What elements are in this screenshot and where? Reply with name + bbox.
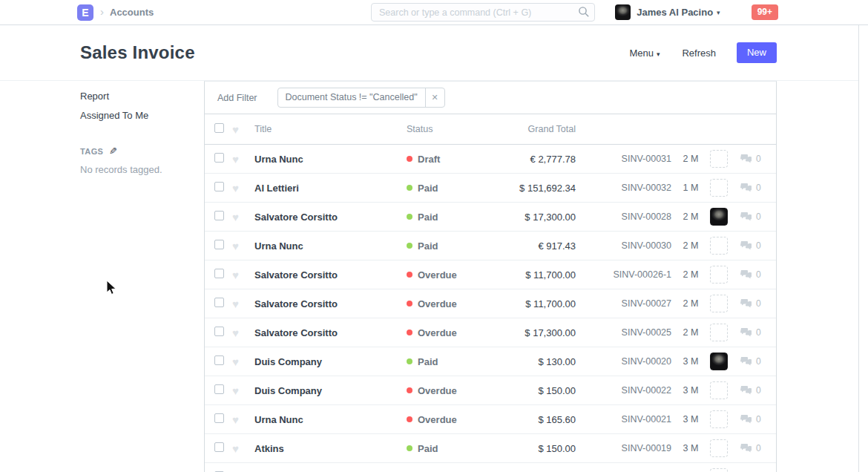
invoice-id-link[interactable]: SINV-00021 [576, 414, 671, 425]
like-heart-icon[interactable]: ♥ [232, 327, 254, 338]
invoice-id-link[interactable]: SINV-00032 [576, 183, 671, 193]
table-row[interactable]: ♥ Salvatore Corsitto Overdue $ 11,700.00… [205, 289, 776, 318]
assignment-avatar[interactable] [710, 353, 728, 370]
row-title-link[interactable]: Urna Nunc [254, 414, 407, 425]
table-row[interactable]: ♥ Atkins Paid $ 150.00 SINV-00019 3 M 0 [205, 434, 776, 463]
row-title-link[interactable]: Duis Company [254, 385, 407, 396]
row-checkbox[interactable] [214, 182, 224, 191]
filter-chip-label[interactable]: Document Status != "Cancelled" [278, 88, 425, 107]
row-title-link[interactable]: Duis Company [254, 356, 407, 367]
row-title-link[interactable]: Salvatore Corsitto [254, 269, 407, 281]
row-checkbox[interactable] [214, 153, 224, 163]
assignment-avatar[interactable] [710, 324, 728, 341]
like-heart-icon[interactable]: ♥ [232, 183, 254, 194]
add-filter-button[interactable]: Add Filter [217, 93, 257, 103]
row-checkbox[interactable] [214, 384, 224, 394]
edit-tags-pencil-icon[interactable]: ✎ [109, 145, 117, 157]
invoice-id-link[interactable]: SINV-00028 [576, 212, 671, 222]
table-row[interactable]: ♥ Urna Nunc Paid € 917.43 SINV-00030 2 M… [205, 232, 776, 260]
invoice-id-link[interactable]: SINV-00019 [576, 443, 671, 453]
table-row[interactable]: ♥ [205, 463, 776, 472]
invoice-id-link[interactable]: SINV-00022 [576, 385, 671, 396]
like-heart-icon[interactable]: ♥ [232, 443, 254, 454]
comment-count: 0 [756, 385, 761, 396]
table-row[interactable]: ♥ Duis Company Paid $ 130.00 SINV-00020 … [205, 347, 776, 376]
row-title-link[interactable]: Al Lettieri [254, 183, 407, 194]
row-checkbox[interactable] [214, 355, 224, 365]
comment-icon [740, 183, 752, 193]
invoice-list: Add Filter Document Status != "Cancelled… [204, 81, 777, 472]
refresh-button[interactable]: Refresh [682, 47, 716, 59]
assignment-avatar[interactable] [710, 179, 728, 197]
app-logo[interactable]: E [77, 4, 93, 21]
main-layout: Report Assigned To Me TAGS ✎ No records … [0, 81, 868, 472]
grand-total-value: € 917.43 [496, 240, 576, 252]
scrollbar-track[interactable] [858, 0, 868, 472]
row-title-link[interactable]: Salvatore Corsitto [254, 327, 407, 338]
sidebar-item-report[interactable]: Report [80, 91, 204, 102]
invoice-id-link[interactable]: SINV-00030 [576, 240, 671, 251]
row-title-link[interactable]: Salvatore Corsitto [254, 298, 407, 309]
row-checkbox[interactable] [214, 327, 224, 336]
row-checkbox[interactable] [214, 442, 224, 452]
filter-area: Add Filter Document Status != "Cancelled… [205, 82, 776, 114]
new-button[interactable]: New [737, 42, 777, 63]
like-heart-icon[interactable]: ♥ [232, 356, 254, 367]
select-all-checkbox[interactable] [214, 123, 224, 133]
like-heart-icon[interactable]: ♥ [232, 212, 254, 223]
like-heart-icon[interactable]: ♥ [232, 154, 254, 165]
user-menu[interactable]: James Al Pacino [637, 7, 713, 18]
table-row[interactable]: ♥ Salvatore Corsitto Overdue $ 11,700.00… [205, 260, 776, 289]
comment-count: 0 [756, 183, 761, 193]
filter-chip[interactable]: Document Status != "Cancelled" ✕ [277, 88, 445, 108]
table-row[interactable]: ♥ Al Lettieri Paid $ 151,692.34 SINV-000… [205, 174, 776, 203]
table-row[interactable]: ♥ Urna Nunc Draft € 2,777.78 SINV-00031 … [205, 145, 776, 174]
row-checkbox[interactable] [214, 211, 224, 220]
comment-icon [740, 443, 752, 453]
invoice-id-link[interactable]: SINV-00026-1 [576, 269, 671, 280]
assignment-avatar[interactable] [710, 150, 728, 168]
like-heart-icon[interactable]: ♥ [232, 385, 254, 396]
comments-cell: 0 [735, 327, 776, 338]
comment-icon [740, 356, 752, 367]
row-checkbox[interactable] [214, 413, 224, 423]
table-row[interactable]: ♥ Salvatore Corsitto Paid $ 17,300.00 SI… [205, 203, 776, 232]
assignment-avatar[interactable] [710, 410, 728, 428]
like-heart-icon[interactable]: ♥ [232, 414, 254, 425]
breadcrumb[interactable]: Accounts [110, 7, 154, 18]
row-title-link[interactable]: Urna Nunc [254, 154, 407, 165]
row-checkbox[interactable] [214, 240, 224, 249]
user-avatar[interactable] [615, 4, 631, 20]
table-row[interactable]: ♥ Salvatore Corsitto Overdue $ 17,300.00… [205, 318, 776, 347]
assignment-avatar[interactable] [710, 295, 728, 312]
row-title-link[interactable]: Atkins [254, 443, 407, 454]
menu-dropdown[interactable]: Menu▾ [629, 47, 660, 59]
filter-remove-icon[interactable]: ✕ [425, 88, 444, 107]
column-header-title: Title [254, 124, 407, 134]
row-title-link[interactable]: Urna Nunc [254, 240, 407, 252]
invoice-id-link[interactable]: SINV-00027 [576, 298, 671, 309]
row-checkbox[interactable] [214, 298, 224, 307]
notifications-badge[interactable]: 99+ [752, 4, 778, 20]
assignment-avatar[interactable] [710, 468, 728, 472]
grand-total-value: € 2,777.78 [496, 154, 576, 165]
row-checkbox[interactable] [214, 269, 224, 278]
row-title-link[interactable]: Salvatore Corsitto [254, 212, 407, 223]
invoice-id-link[interactable]: SINV-00020 [576, 356, 671, 367]
search-input[interactable] [371, 3, 595, 22]
invoice-id-link[interactable]: SINV-00031 [576, 154, 671, 164]
comment-count: 0 [756, 414, 761, 425]
like-heart-icon[interactable]: ♥ [232, 269, 254, 281]
assignment-avatar[interactable] [710, 381, 728, 399]
table-row[interactable]: ♥ Duis Company Overdue $ 150.00 SINV-000… [205, 376, 776, 405]
sidebar-item-assigned-to-me[interactable]: Assigned To Me [80, 110, 204, 121]
assignment-avatar[interactable] [710, 208, 728, 226]
assignment-avatar[interactable] [710, 237, 728, 255]
like-heart-icon[interactable]: ♥ [232, 298, 254, 309]
assignment-avatar[interactable] [710, 439, 728, 457]
assignment-avatar[interactable] [710, 266, 728, 283]
like-heart-icon[interactable]: ♥ [232, 240, 254, 252]
liked-filter-heart-icon[interactable]: ♥ [232, 124, 254, 135]
invoice-id-link[interactable]: SINV-00025 [576, 327, 671, 338]
table-row[interactable]: ♥ Urna Nunc Overdue $ 165.60 SINV-00021 … [205, 405, 776, 434]
